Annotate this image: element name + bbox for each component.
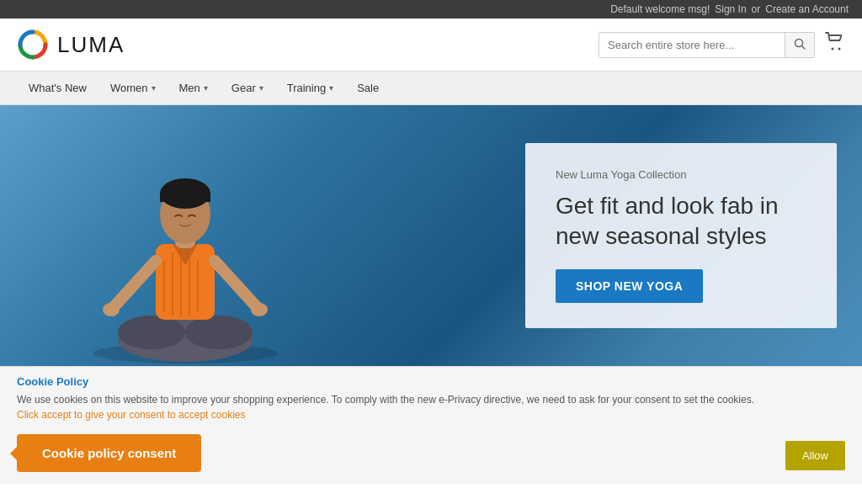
yoga-person-svg bbox=[76, 114, 295, 366]
header-right bbox=[599, 32, 845, 58]
svg-point-7 bbox=[118, 316, 185, 349]
logo[interactable]: LUMA bbox=[17, 29, 125, 61]
shop-new-yoga-button[interactable]: Shop New Yoga bbox=[556, 269, 703, 303]
svg-line-16 bbox=[114, 261, 156, 307]
nav-item-sale[interactable]: Sale bbox=[345, 72, 391, 104]
cookie-policy-text: We use cookies on this website to improv… bbox=[17, 392, 774, 422]
svg-line-18 bbox=[215, 261, 257, 307]
svg-rect-23 bbox=[160, 194, 210, 202]
cookie-policy-title: Cookie Policy bbox=[17, 375, 845, 388]
main-nav: What's New Women ▾ Men ▾ Gear ▾ Training… bbox=[0, 72, 862, 105]
svg-point-19 bbox=[251, 303, 268, 316]
or-separator: or bbox=[752, 3, 761, 15]
chevron-down-icon: ▾ bbox=[204, 83, 208, 93]
svg-point-17 bbox=[103, 303, 120, 316]
cart-icon bbox=[825, 32, 845, 52]
hero-subtitle: New Luma Yoga Collection bbox=[556, 168, 806, 181]
header: LUMA bbox=[0, 19, 862, 72]
search-box bbox=[599, 32, 815, 58]
luma-logo-icon bbox=[17, 29, 49, 61]
chevron-down-icon: ▾ bbox=[152, 83, 156, 93]
nav-item-women[interactable]: Women ▾ bbox=[98, 72, 168, 104]
hero-banner: New Luma Yoga Collection Get fit and loo… bbox=[0, 105, 862, 366]
nav-item-gear[interactable]: Gear ▾ bbox=[220, 72, 275, 104]
svg-point-8 bbox=[185, 316, 253, 349]
logo-text: LUMA bbox=[57, 32, 125, 58]
search-button[interactable] bbox=[785, 33, 814, 57]
svg-point-3 bbox=[832, 48, 834, 50]
chevron-down-icon: ▾ bbox=[259, 83, 263, 93]
cookie-consent-button[interactable]: Cookie policy consent bbox=[17, 434, 201, 472]
search-input[interactable] bbox=[599, 34, 785, 56]
cookie-banner: Cookie Policy We use cookies on this web… bbox=[0, 366, 862, 484]
create-account-link[interactable]: Create an Account bbox=[765, 3, 849, 15]
top-bar: Default welcome msg! Sign In or Create a… bbox=[0, 0, 862, 19]
nav-item-men[interactable]: Men ▾ bbox=[168, 72, 220, 104]
svg-point-4 bbox=[838, 48, 841, 50]
hero-title: Get fit and look fab in new seasonal sty… bbox=[556, 191, 806, 252]
nav-item-whats-new[interactable]: What's New bbox=[17, 72, 98, 104]
allow-button[interactable]: Allow bbox=[785, 441, 845, 470]
hero-content-box: New Luma Yoga Collection Get fit and loo… bbox=[525, 143, 837, 328]
cookie-accept-link[interactable]: Click accept to give your consent to acc… bbox=[17, 409, 245, 421]
cookie-bottom-row: Cookie policy consent bbox=[17, 427, 845, 472]
cart-button[interactable] bbox=[825, 32, 845, 57]
chevron-down-icon: ▾ bbox=[329, 83, 333, 93]
search-icon bbox=[794, 38, 806, 50]
svg-line-2 bbox=[802, 45, 806, 49]
welcome-message: Default welcome msg! bbox=[610, 3, 710, 15]
nav-item-training[interactable]: Training ▾ bbox=[275, 72, 345, 104]
signin-link[interactable]: Sign In bbox=[715, 3, 746, 15]
hero-person-image bbox=[51, 105, 320, 366]
